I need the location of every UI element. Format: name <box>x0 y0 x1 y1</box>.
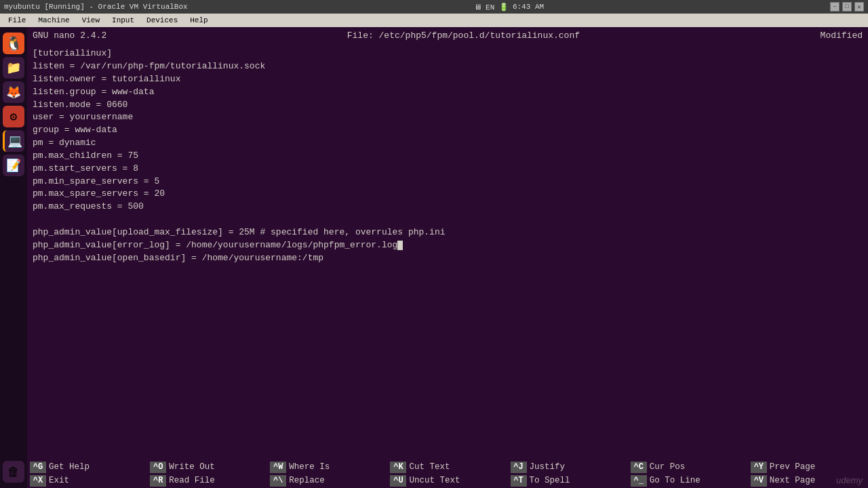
tray-icons: 🖥 EN 🔋 <box>474 3 509 12</box>
shortcut-col-4: ^JJustify^TTo Spell <box>508 462 628 487</box>
menu-help[interactable]: Help <box>184 14 213 27</box>
shortcut-label: Exit <box>49 475 69 487</box>
window-title: myubuntu [Running] - Oracle VM VirtualBo… <box>4 3 188 11</box>
shortcut-key: ^W <box>270 462 286 473</box>
shortcut-label: Where Is <box>289 462 330 474</box>
shortcut-label: Cut Text <box>409 462 450 474</box>
nano-file: File: /etc/php5/fpm/pool.d/tutorialinux.… <box>347 30 580 42</box>
nano-content[interactable]: [tutoriallinux] listen = /var/run/php-fp… <box>27 45 868 460</box>
shortcut-col-2: ^WWhere Is^\Replace <box>267 462 387 487</box>
shortcut-item-1-0: ^OWrite Out <box>150 462 264 474</box>
shortcut-key: ^V <box>751 475 767 487</box>
system-tray: 🖥 EN 🔋 6:43 AM <box>474 3 545 12</box>
menu-bar: File Machine View Input Devices Help <box>0 14 868 27</box>
shortcut-item-6-0: ^YPrev Page <box>751 462 865 474</box>
terminal[interactable]: GNU nano 2.4.2 File: /etc/php5/fpm/pool.… <box>27 27 868 488</box>
taskbar-icon-ubuntu[interactable]: 🐧 <box>3 33 24 54</box>
menu-machine[interactable]: Machine <box>33 14 75 27</box>
shortcut-item-0-1: ^XExit <box>30 475 144 487</box>
shortcut-item-5-1: ^_Go To Line <box>631 475 745 487</box>
shortcut-item-3-0: ^KCut Text <box>390 462 505 474</box>
shortcut-item-4-0: ^JJustify <box>511 462 625 474</box>
shortcut-col-5: ^CCur Pos^_Go To Line <box>628 462 748 487</box>
nano-shortcuts: ^GGet Help^XExit^OWrite Out^RRead File^W… <box>27 460 868 488</box>
shortcut-key: ^X <box>30 475 46 487</box>
minimize-button[interactable]: – <box>830 2 840 12</box>
menu-devices[interactable]: Devices <box>141 14 183 27</box>
shortcut-key: ^C <box>631 462 647 473</box>
taskbar-icon-trash[interactable]: 🗑 <box>3 461 24 483</box>
shortcut-key: ^U <box>390 475 406 487</box>
shortcut-key: ^T <box>511 475 527 487</box>
taskbar-icon-firefox[interactable]: 🦊 <box>3 81 24 103</box>
maximize-button[interactable]: □ <box>842 2 852 12</box>
left-taskbar: 🐧 📁 🦊 ⚙ 💻 📝 🗑 <box>0 27 27 488</box>
window-controls[interactable]: – □ ✕ <box>830 2 864 12</box>
udemy-watermark: udemy <box>836 475 863 485</box>
shortcut-label: Cur Pos <box>650 462 686 474</box>
menu-view[interactable]: View <box>77 14 105 27</box>
taskbar-icon-terminal[interactable]: 💻 <box>3 130 24 152</box>
system-time: 6:43 AM <box>513 3 544 11</box>
taskbar-icon-notes[interactable]: 📝 <box>3 155 24 176</box>
taskbar-icon-settings[interactable]: ⚙ <box>3 106 24 127</box>
shortcut-key: ^O <box>150 462 166 473</box>
shortcut-label: Go To Line <box>650 475 701 487</box>
shortcut-item-3-1: ^UUncut Text <box>390 475 505 487</box>
shortcut-key: ^Y <box>751 462 767 473</box>
shortcut-label: Uncut Text <box>409 475 460 487</box>
shortcut-label: Write Out <box>169 462 215 474</box>
shortcut-key: ^\ <box>270 475 286 487</box>
shortcut-label: Next Page <box>770 475 816 487</box>
shortcut-key: ^J <box>511 462 527 473</box>
nano-version: GNU nano 2.4.2 <box>33 30 106 42</box>
menu-file[interactable]: File <box>3 14 31 27</box>
nano-header: GNU nano 2.4.2 File: /etc/php5/fpm/pool.… <box>27 27 868 45</box>
shortcut-key: ^K <box>390 462 406 473</box>
shortcut-key: ^G <box>30 462 46 473</box>
shortcut-item-5-0: ^CCur Pos <box>631 462 745 474</box>
shortcut-col-0: ^GGet Help^XExit <box>27 462 147 487</box>
nano-modified: Modified <box>821 30 863 42</box>
shortcut-item-2-1: ^\Replace <box>270 475 384 487</box>
shortcut-item-0-0: ^GGet Help <box>30 462 144 474</box>
shortcut-label: To Spell <box>530 475 570 487</box>
shortcut-col-1: ^OWrite Out^RRead File <box>147 462 267 487</box>
taskbar-icon-files[interactable]: 📁 <box>3 57 24 79</box>
shortcut-label: Justify <box>530 462 566 474</box>
title-bar: myubuntu [Running] - Oracle VM VirtualBo… <box>0 0 868 14</box>
shortcut-key: ^R <box>150 475 166 487</box>
shortcut-item-4-1: ^TTo Spell <box>511 475 625 487</box>
menu-input[interactable]: Input <box>106 14 140 27</box>
shortcut-col-3: ^KCut Text^UUncut Text <box>387 462 507 487</box>
close-button[interactable]: ✕ <box>854 2 864 12</box>
shortcut-item-1-1: ^RRead File <box>150 475 264 487</box>
shortcut-label: Prev Page <box>770 462 816 474</box>
shortcut-item-2-0: ^WWhere Is <box>270 462 384 474</box>
shortcut-label: Read File <box>169 475 215 487</box>
shortcut-label: Replace <box>289 475 325 487</box>
shortcut-key: ^_ <box>631 475 647 487</box>
shortcut-label: Get Help <box>49 462 90 474</box>
